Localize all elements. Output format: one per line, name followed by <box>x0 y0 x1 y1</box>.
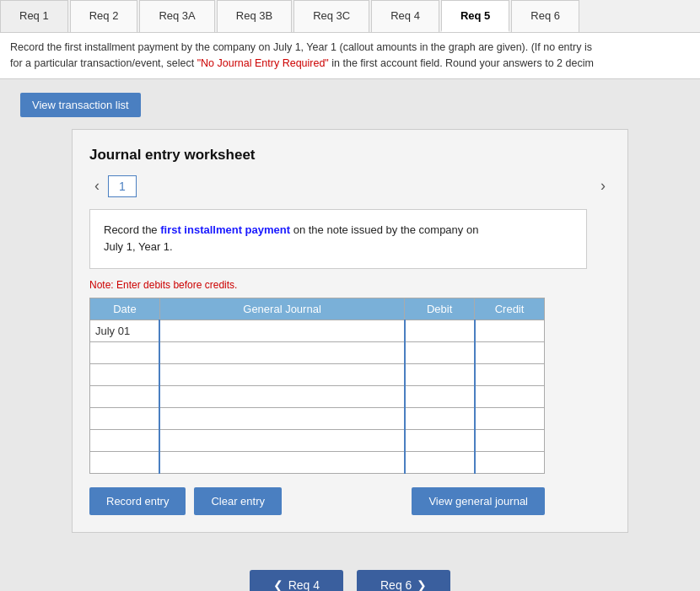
date-cell-6 <box>90 430 160 452</box>
prev-req-label: Req 4 <box>288 578 320 591</box>
debit-cell-7[interactable] <box>405 452 475 474</box>
date-cell-2 <box>90 342 160 364</box>
debit-input-4[interactable] <box>406 386 474 407</box>
credit-cell-5[interactable] <box>475 408 545 430</box>
note-text: Note: Enter debits before credits. <box>89 279 611 291</box>
gj-input-3[interactable] <box>160 364 403 385</box>
table-row: July 01 <box>90 320 545 342</box>
next-arrow-icon: ❯ <box>417 578 427 591</box>
prev-arrow-icon: ❮ <box>273 578 283 591</box>
tab-req3c[interactable]: Req 3C <box>293 0 369 32</box>
debit-input-3[interactable] <box>406 364 474 385</box>
gj-cell-6[interactable] <box>159 430 404 452</box>
debit-input-5[interactable] <box>406 408 474 429</box>
gj-cell-3[interactable] <box>159 364 404 386</box>
table-row <box>90 430 545 452</box>
page-tab-1[interactable]: 1 <box>108 175 137 197</box>
date-cell-3 <box>90 364 160 386</box>
date-cell-4 <box>90 386 160 408</box>
gj-cell-7[interactable] <box>159 452 404 474</box>
col-header-debit: Debit <box>405 298 475 320</box>
prev-page-button[interactable]: ‹ <box>89 177 105 195</box>
worksheet-title: Journal entry worksheet <box>89 147 611 164</box>
credit-cell-1[interactable] <box>475 320 545 342</box>
description-box: Record the first installment payment on … <box>89 209 587 270</box>
next-req-button[interactable]: Req 6 ❯ <box>357 570 450 591</box>
debit-input-1[interactable] <box>406 320 474 341</box>
main-content: Journal entry worksheet ‹ 1 › Record the… <box>0 126 700 551</box>
gj-cell-5[interactable] <box>159 408 404 430</box>
action-buttons: Record entry Clear entry View general jo… <box>89 487 545 515</box>
tab-req1[interactable]: Req 1 <box>0 0 68 32</box>
gj-cell-1[interactable] <box>159 320 404 342</box>
credit-input-3[interactable] <box>476 364 544 385</box>
view-general-journal-button[interactable]: View general journal <box>412 487 545 515</box>
gj-input-6[interactable] <box>160 430 403 451</box>
clear-entry-button[interactable]: Clear entry <box>194 487 282 515</box>
tab-req5[interactable]: Req 5 <box>441 0 509 32</box>
credit-cell-7[interactable] <box>475 452 545 474</box>
credit-cell-6[interactable] <box>475 430 545 452</box>
debit-input-2[interactable] <box>406 342 474 363</box>
instruction-bar: Record the first installment payment by … <box>0 33 700 79</box>
gj-input-7[interactable] <box>160 452 403 473</box>
debit-cell-2[interactable] <box>405 342 475 364</box>
credit-input-5[interactable] <box>476 408 544 429</box>
record-entry-button[interactable]: Record entry <box>89 487 186 515</box>
gj-input-1[interactable] <box>160 320 403 341</box>
next-page-button[interactable]: › <box>595 177 611 195</box>
tab-req3b[interactable]: Req 3B <box>217 0 292 32</box>
tab-req4[interactable]: Req 4 <box>371 0 439 32</box>
gj-input-5[interactable] <box>160 408 403 429</box>
tab-req2[interactable]: Req 2 <box>70 0 138 32</box>
credit-input-2[interactable] <box>476 342 544 363</box>
col-header-credit: Credit <box>475 298 545 320</box>
tabs-bar: Req 1 Req 2 Req 3A Req 3B Req 3C Req 4 R… <box>0 0 700 33</box>
date-cell-7 <box>90 452 160 474</box>
tab-req6[interactable]: Req 6 <box>511 0 579 32</box>
prev-req-button[interactable]: ❮ Req 4 <box>250 570 343 591</box>
credit-input-6[interactable] <box>476 430 544 451</box>
credit-input-1[interactable] <box>476 320 544 341</box>
col-header-date: Date <box>90 298 160 320</box>
journal-table: Date General Journal Debit Credit July 0… <box>89 298 545 474</box>
debit-input-6[interactable] <box>406 430 474 451</box>
gj-cell-2[interactable] <box>159 342 404 364</box>
debit-cell-1[interactable] <box>405 320 475 342</box>
col-header-gj: General Journal <box>159 298 404 320</box>
credit-cell-4[interactable] <box>475 386 545 408</box>
worksheet-card: Journal entry worksheet ‹ 1 › Record the… <box>72 129 628 534</box>
table-row <box>90 452 545 474</box>
table-row <box>90 364 545 386</box>
credit-input-7[interactable] <box>476 452 544 473</box>
gj-input-2[interactable] <box>160 342 403 363</box>
gj-cell-4[interactable] <box>159 386 404 408</box>
table-row <box>90 408 545 430</box>
pagination-nav: ‹ 1 › <box>89 175 611 197</box>
tab-req3a[interactable]: Req 3A <box>139 0 214 32</box>
debit-cell-5[interactable] <box>405 408 475 430</box>
view-transaction-list-button[interactable]: View transaction list <box>20 93 141 117</box>
debit-cell-4[interactable] <box>405 386 475 408</box>
date-cell-5 <box>90 408 160 430</box>
instruction-text: Record the first installment payment by … <box>10 41 594 69</box>
table-row <box>90 342 545 364</box>
description-text: Record the first installment payment on … <box>104 223 478 254</box>
instruction-red-text: "No Journal Entry Required" <box>197 57 329 69</box>
table-row <box>90 386 545 408</box>
gj-input-4[interactable] <box>160 386 403 407</box>
date-cell-1: July 01 <box>90 320 160 342</box>
credit-cell-2[interactable] <box>475 342 545 364</box>
debit-input-7[interactable] <box>406 452 474 473</box>
credit-cell-3[interactable] <box>475 364 545 386</box>
credit-input-4[interactable] <box>476 386 544 407</box>
debit-cell-6[interactable] <box>405 430 475 452</box>
bottom-navigation: ❮ Req 4 Req 6 ❯ <box>0 550 700 591</box>
next-req-label: Req 6 <box>380 578 412 591</box>
debit-cell-3[interactable] <box>405 364 475 386</box>
